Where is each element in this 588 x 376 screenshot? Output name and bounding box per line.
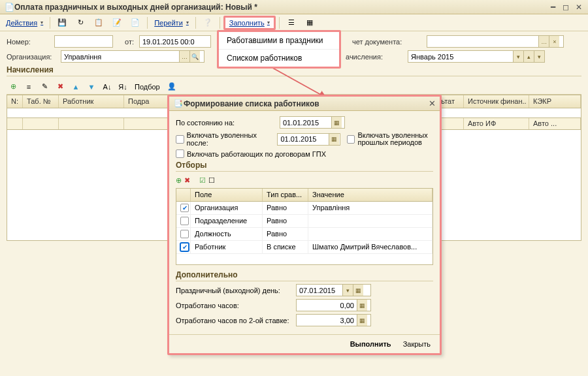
cross-icon: ✖ <box>57 82 63 91</box>
include-gph-checkbox[interactable] <box>176 149 184 158</box>
goto-menu[interactable]: Перейти <box>151 16 192 29</box>
col-kekr[interactable]: КЭКР <box>529 95 581 108</box>
pencil-icon: ✎ <box>42 82 48 91</box>
modal-close-link[interactable]: Закрыть <box>400 339 433 349</box>
from-field[interactable]: ▦ <box>139 35 211 48</box>
filters-section-title: Отборы <box>176 161 433 172</box>
filter-row-checkbox[interactable]: ✔ <box>180 204 189 212</box>
help-icon: ❔ <box>203 18 213 28</box>
spinner-down-icon[interactable]: ▾ <box>534 51 544 62</box>
arrow-up-icon: ▲ <box>73 83 80 91</box>
filter-row-checkbox[interactable] <box>180 217 189 225</box>
filter-row[interactable]: ✔ Организация Равно Управління <box>176 202 433 215</box>
filter-checkall-button[interactable]: ☑ <box>199 176 206 185</box>
filter-row[interactable]: ✔ Работник В списке Шматко Дмитрий Вячес… <box>176 241 433 254</box>
accr-month-label: ачисления: <box>346 53 383 61</box>
help-button[interactable]: ❔ <box>199 16 216 29</box>
include-fired-prev-checkbox[interactable] <box>347 135 355 144</box>
worker-list-modal: 📑 Формирование списка работников ✕ По со… <box>167 95 442 355</box>
grid-edit-button[interactable]: ✎ <box>38 80 51 93</box>
grid-delete-button[interactable]: ✖ <box>54 80 67 93</box>
modal-close-button[interactable]: ✕ <box>429 99 436 108</box>
close-button[interactable]: ✕ <box>574 3 584 12</box>
calendar-icon[interactable]: ▦ <box>329 134 339 145</box>
window-title: Оплата праздничных и выходных дней орган… <box>14 3 547 12</box>
doc-icon: 📄 <box>130 18 140 28</box>
as-of-field[interactable]: ▦ <box>280 116 345 129</box>
person-icon: 👤 <box>167 82 176 91</box>
col-n[interactable]: N: <box>7 95 23 108</box>
actions-menu[interactable]: Действия <box>3 16 46 29</box>
filter-row[interactable]: Должность Равно <box>176 228 433 241</box>
list-icon: ☰ <box>286 18 297 28</box>
podbor-button[interactable]: Подбор <box>135 83 160 91</box>
filter-row-checkbox[interactable]: ✔ <box>180 243 189 251</box>
clear-icon[interactable]: × <box>549 36 559 47</box>
grid-down-button[interactable]: ▼ <box>85 80 98 93</box>
calendar-icon[interactable]: ▦ <box>353 285 363 296</box>
minimize-button[interactable]: ━ <box>547 3 558 12</box>
doc-calc-field[interactable]: …× <box>427 35 564 48</box>
filter-row[interactable]: Подразделение Равно <box>176 215 433 228</box>
hours2-field[interactable]: ▦ <box>296 314 371 326</box>
grid-add-button[interactable]: ⊕ <box>7 80 20 93</box>
fcol-value[interactable]: Значение <box>308 189 433 201</box>
toolbar-btn-5[interactable]: 📄 <box>127 16 144 29</box>
maximize-button[interactable]: ◻ <box>561 3 571 12</box>
open-icon[interactable]: 🔍 <box>189 51 200 62</box>
cross-icon: ✖ <box>184 176 190 184</box>
calendar-icon[interactable]: ▦ <box>331 117 342 128</box>
grid-up-button[interactable]: ▲ <box>69 80 82 93</box>
dropdown-icon[interactable]: ▾ <box>342 285 353 296</box>
toolbar-btn-1[interactable]: 💾 <box>54 16 71 29</box>
number-field[interactable] <box>54 35 113 48</box>
toolbar-btn-3[interactable]: 📋 <box>90 16 107 29</box>
select-icon[interactable]: … <box>179 51 189 62</box>
filter-uncheckall-button[interactable]: ☐ <box>208 176 215 185</box>
accr-month-field[interactable]: ▾▴▾ <box>408 50 545 63</box>
org-label: Организация: <box>7 53 56 61</box>
filter-add-button[interactable]: ⊕ <box>176 176 182 185</box>
grid-person-button[interactable]: 👤 <box>165 80 178 93</box>
col-tabn[interactable]: Таб. № <box>23 95 59 108</box>
calc-icon[interactable]: ▦ <box>357 300 367 311</box>
holiday-field[interactable]: ▾▦ <box>296 284 371 296</box>
grid-sort-asc-button[interactable]: A↓ <box>101 80 114 93</box>
col-worker[interactable]: Работник <box>59 95 124 108</box>
insert-icon: ≡ <box>27 83 31 91</box>
modal-footer: Выполнить Закрыть <box>169 334 440 353</box>
arrow-down-icon: ▼ <box>88 83 95 91</box>
hours-field[interactable]: ▦ <box>296 299 371 311</box>
fill-menu-button[interactable]: Заполнить <box>223 16 276 30</box>
include-fired-date-field[interactable]: ▦ <box>277 133 340 146</box>
fcol-field[interactable]: Поле <box>191 189 263 201</box>
select-icon[interactable]: … <box>538 36 549 47</box>
toolbar-btn-2[interactable]: ↻ <box>72 16 89 29</box>
spinner-up-icon[interactable]: ▴ <box>523 51 534 62</box>
fcol-cmp[interactable]: Тип срав... <box>263 189 308 201</box>
toolbar-btn-4[interactable]: 📝 <box>108 16 125 29</box>
include-gph-label: Включать работающих по договорам ГПХ <box>187 150 326 158</box>
menu-item-worked-holidays[interactable]: Работавшими в праздники <box>219 32 339 50</box>
filter-row-checkbox[interactable] <box>180 230 189 238</box>
dropdown-icon[interactable]: ▾ <box>513 51 523 62</box>
modal-title-bar: 📑 Формирование списка работников ✕ <box>169 97 440 111</box>
modal-icon: 📑 <box>173 99 184 109</box>
app-icon: 📄 <box>4 2 14 12</box>
grid-sort-desc-button[interactable]: Я↓ <box>116 80 129 93</box>
calc-icon[interactable]: ▦ <box>357 315 367 326</box>
extra-section-title: Дополнительно <box>176 270 433 281</box>
save-icon: 💾 <box>57 18 67 28</box>
col-finsrc[interactable]: Источник финан.. <box>464 95 529 108</box>
include-fired-checkbox[interactable] <box>176 135 184 144</box>
hours2-label: Отработано часов по 2-ой ставке: <box>176 317 293 324</box>
filter-delete-button[interactable]: ✖ <box>184 176 190 185</box>
menu-item-by-list[interactable]: Списком работников <box>219 50 339 67</box>
as-of-label: По состоянию на: <box>176 119 277 127</box>
grid-insert-button[interactable]: ≡ <box>22 80 35 93</box>
org-field[interactable]: …🔍 <box>61 50 204 63</box>
toolbar-extra-1[interactable]: ☰ <box>283 16 300 29</box>
toolbar-extra-2[interactable]: ▦ <box>301 16 318 29</box>
main-toolbar: Действия 💾 ↻ 📋 📝 📄 Перейти ❔ Заполнить ☰… <box>0 14 588 31</box>
execute-button[interactable]: Выполнить <box>348 339 394 349</box>
